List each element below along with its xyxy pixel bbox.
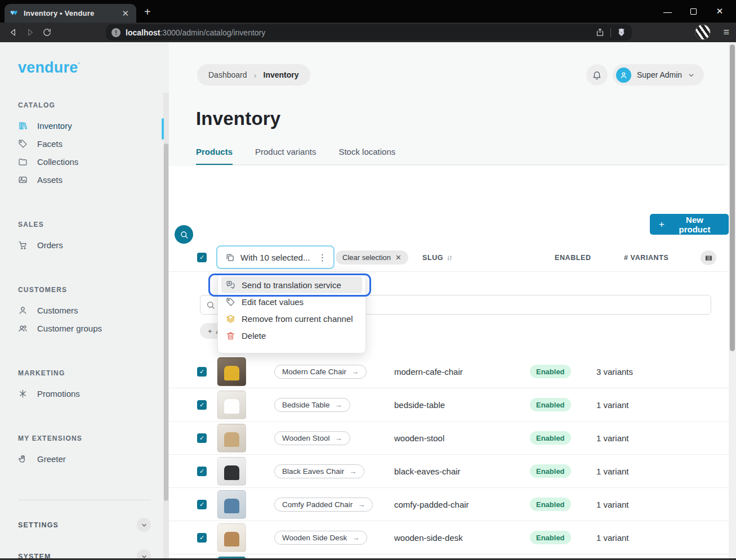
chevron-down-icon[interactable] [137,518,151,532]
main-content: Dashboard › Inventory Super Admin Invent… [169,42,736,560]
table-header-row: ✓ With 10 selected... ⋮ Clear selection … [169,244,729,272]
reload-icon[interactable] [38,28,55,37]
kebab-icon[interactable]: ⋮ [318,252,327,263]
chevron-down-icon [688,71,695,79]
product-thumbnail[interactable] [217,424,246,453]
sidebar-item-assets[interactable]: Assets [18,171,169,189]
back-icon[interactable] [5,28,21,37]
sidebar-section-heading: CUSTOMERS [18,286,169,294]
row-checkbox[interactable]: ✓ [197,400,207,410]
new-tab-button[interactable]: + [144,6,151,19]
sidebar-item-orders[interactable]: Orders [18,236,169,254]
layers-icon [226,314,235,324]
product-thumbnail[interactable] [217,523,246,552]
arrow-right-icon: → [358,500,365,509]
breadcrumb: Dashboard › Inventory [197,64,310,86]
product-name-link[interactable]: Black Eaves Chair → [274,464,364,478]
clear-selection-button[interactable]: Clear selection ✕ [336,250,408,265]
sidebar-section-heading: MY EXTENSIONS [18,434,169,442]
maximize-icon[interactable] [690,8,697,15]
sidebar-item-inventory[interactable]: Inventory [18,117,169,135]
menu-item-edit-facet-values[interactable]: Edit facet values [221,293,362,310]
sort-icon[interactable] [446,254,453,262]
sidebar-collapsed-settings[interactable]: SETTINGS [18,518,151,532]
column-header-slug[interactable]: SLUG [422,254,453,262]
sidebar-section: MY EXTENSIONS Greeter [18,434,169,468]
sidebar-item-customer-groups[interactable]: Customer groups [18,319,169,337]
tab-close-icon[interactable]: ✕ [120,8,131,19]
search-icon [206,301,215,310]
product-name-link[interactable]: Comfy Padded Chair → [274,498,373,512]
product-name-link[interactable]: Wooden Stool → [274,431,350,445]
row-checkbox[interactable]: ✓ [197,467,207,476]
sidebar-item-promotions[interactable]: Promotions [18,384,169,402]
product-name-link[interactable]: Modern Cafe Chair → [274,365,367,379]
browser-tab[interactable]: ♥♥ Inventory • Vendure ✕ [5,4,136,23]
product-name-link[interactable]: Bedside Table → [274,398,350,412]
tab-products[interactable]: Products [196,147,233,165]
sidebar-item-customers[interactable]: Customers [18,301,169,319]
tab-stock-locations[interactable]: Stock locations [338,147,395,165]
sidebar-item-collections[interactable]: Collections [18,153,169,171]
arrow-right-icon: → [349,467,356,476]
close-window-icon[interactable]: ✕ [716,6,724,16]
forward-icon[interactable] [21,28,38,37]
search-toggle-button[interactable] [175,225,193,244]
arrow-right-icon: → [335,434,342,442]
column-settings-button[interactable] [701,250,716,265]
arrow-right-icon: → [335,401,342,409]
select-all-checkbox[interactable]: ✓ [197,253,207,262]
browser-toolbar: ! localhost:3000/admin/catalog/inventory… [0,23,736,42]
user-menu[interactable]: Super Admin [613,64,704,86]
sidebar-nav: CATALOG Inventory Facets Collections Ass… [0,77,169,560]
product-slug: wooden-side-desk [394,533,530,543]
breadcrumb-dashboard[interactable]: Dashboard [208,70,247,79]
row-checkbox[interactable]: ✓ [197,500,207,509]
tab-product-variants[interactable]: Product variants [255,147,316,165]
bulk-actions-button[interactable]: With 10 selected... ⋮ [216,245,334,269]
sidebar-section: CUSTOMERS Customers Customer groups [18,286,169,337]
browser-profile-avatar[interactable] [695,24,711,40]
row-checkbox[interactable]: ✓ [197,533,207,543]
sidebar-scrollbar[interactable] [163,93,169,560]
user-name: Super Admin [637,70,682,79]
notifications-button[interactable] [586,64,608,86]
arrow-right-icon: → [351,368,359,376]
sidebar: vendure' CATALOG Inventory Facets Collec… [0,42,169,560]
product-table-body: ✓ Modern Cafe Chair → modern-cafe-chair … [169,355,729,560]
site-info-icon[interactable]: ! [111,28,121,37]
image-icon [18,175,28,185]
product-thumbnail[interactable] [217,391,246,419]
minimize-icon[interactable]: — [663,7,671,16]
menu-item-send-to-translation-service[interactable]: Send to translation service [221,276,362,293]
url-text: localhost:3000/admin/catalog/inventory [126,28,265,37]
tab-title: Inventory • Vendure [24,9,115,17]
table-row: ✓ Comfy Padded Chair → comfy-padded-chai… [169,488,729,521]
browser-window: ♥♥ Inventory • Vendure ✕ + — ✕ ! localho… [0,0,736,560]
window-controls: — ✕ [663,0,736,23]
page-scrollbar[interactable] [729,42,736,560]
breadcrumb-separator-icon: › [254,70,257,80]
menu-item-remove-from-current-channel[interactable]: Remove from current channel [221,310,362,327]
menu-item-delete[interactable]: Delete [221,327,362,344]
product-slug: modern-cafe-chair [394,367,530,377]
variant-count: 3 variants [596,367,633,377]
share-icon[interactable] [595,28,605,37]
product-thumbnail[interactable] [217,457,246,486]
sidebar-item-greeter[interactable]: Greeter [18,450,169,468]
product-slug: comfy-padded-chair [394,500,530,509]
status-badge: Enabled [530,398,571,411]
row-checkbox[interactable]: ✓ [197,367,207,377]
brave-shield-icon[interactable] [617,28,626,37]
active-nav-indicator [162,118,164,140]
product-name-link[interactable]: Wooden Side Desk → [274,531,367,545]
product-thumbnail[interactable] [217,357,246,386]
sidebar-item-facets[interactable]: Facets [18,135,169,153]
product-thumbnail[interactable] [217,490,246,519]
row-checkbox[interactable]: ✓ [197,433,207,443]
column-header-variants[interactable]: # VARIANTS [624,254,668,262]
url-bar[interactable]: ! localhost:3000/admin/catalog/inventory [106,24,632,41]
column-header-enabled[interactable]: ENABLED [555,254,591,262]
new-product-button[interactable]: + New product [650,214,729,235]
browser-tabstrip: ♥♥ Inventory • Vendure ✕ + — ✕ [0,0,736,23]
